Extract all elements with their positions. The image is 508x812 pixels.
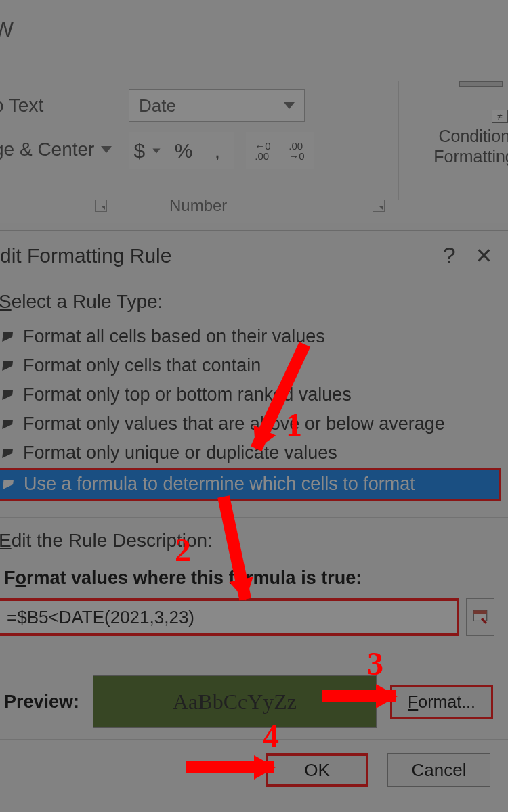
rule-type-label: Use a formula to determine which cells t… [24, 474, 415, 495]
number-dialog-launcher-icon[interactable] [373, 200, 385, 212]
rule-type-list[interactable]: Format all cells based on their values F… [0, 322, 508, 501]
annotation-arrow [186, 761, 274, 773]
rule-flag-icon [3, 449, 16, 458]
edit-formatting-rule-dialog: dit Formatting Rule ? × SSelect a Rule T… [0, 230, 508, 812]
number-group-label: Number [169, 196, 227, 215]
chevron-down-icon [101, 146, 112, 153]
range-selector-icon [471, 608, 489, 626]
merge-center-button[interactable]: ge & Center [0, 139, 112, 160]
annotation-arrow [322, 690, 396, 702]
rule-type-label: Format all cells based on their values [23, 326, 325, 347]
format-rest: ormat... [418, 692, 475, 712]
rule-type-option[interactable]: Format only cells that contain [0, 351, 500, 380]
rule-type-label: Format only unique or duplicate values [23, 443, 337, 464]
rule-type-label: Format only cells that contain [23, 355, 261, 376]
rule-type-option-selected[interactable]: Use a formula to determine which cells t… [0, 468, 501, 501]
conditional-formatting-label: Conditional Formatting ▾ [420, 126, 508, 166]
format-f: F [408, 692, 418, 712]
conditional-formatting-button[interactable]: ≠ Conditional Formatting ▾ [420, 81, 508, 166]
edit-rule-description-label: Edit the Rule Description: Edit the Rule… [0, 523, 508, 561]
rule-flag-icon [3, 361, 16, 371]
preview-label: Preview: [4, 692, 79, 713]
range-selector-button[interactable] [466, 598, 494, 636]
dialog-titlebar: dit Formatting Rule ? × [0, 231, 508, 284]
conditional-formatting-icon: ≠ [459, 81, 503, 120]
percent-format-button[interactable]: % [167, 132, 200, 169]
select-rule-type-label: SSelect a Rule Type:elect a Rule Type: [0, 284, 508, 322]
number-format-selected: Date [139, 95, 176, 116]
ok-button[interactable]: OK [266, 753, 368, 787]
increase-decimal-button[interactable]: ←0 .00 [246, 132, 280, 169]
wrap-text-button[interactable]: o Text [0, 95, 43, 116]
currency-symbol: $ [133, 139, 145, 162]
separator [240, 132, 240, 169]
comma-format-button[interactable]: , [200, 132, 234, 169]
help-button[interactable]: ? [443, 242, 456, 269]
rule-type-option[interactable]: Format all cells based on their values [0, 322, 500, 351]
accounting-format-button[interactable]: $ [129, 132, 167, 169]
rule-flag-icon [3, 480, 17, 489]
format-button[interactable]: Format... [390, 685, 493, 719]
rule-type-label: Format only top or bottom ranked values [23, 384, 352, 405]
rule-flag-icon [3, 420, 16, 429]
cancel-button[interactable]: Cancel [387, 753, 490, 787]
ribbon-separator [114, 81, 114, 200]
decrease-decimal-button[interactable]: .00 →0 [280, 132, 314, 169]
rule-type-label: Format only values that are above or bel… [23, 413, 445, 434]
number-format-dropdown[interactable]: Date [129, 89, 305, 122]
f-post: rmat values where this formula is true: [26, 568, 362, 588]
excel-ribbon: W o Text ge & Center Date $ % , ←0 .00 .… [0, 0, 508, 223]
number-buttons-group: $ % , ←0 .00 .00 →0 [129, 132, 314, 169]
rule-type-option[interactable]: Format only top or bottom ranked values [0, 380, 500, 409]
wrap-text-label: o Text [0, 95, 43, 116]
svg-rect-1 [473, 610, 487, 614]
rule-flag-icon [3, 332, 16, 342]
alignment-dialog-launcher-icon[interactable] [95, 200, 107, 212]
chevron-down-icon [152, 148, 160, 153]
formula-input[interactable] [0, 598, 459, 636]
chevron-down-icon [284, 102, 295, 109]
close-icon[interactable]: × [476, 240, 492, 271]
rule-flag-icon [3, 390, 16, 400]
ribbon-tab-fragment: W [0, 17, 14, 42]
f-o: o [16, 568, 27, 588]
dialog-title: dit Formatting Rule [0, 244, 171, 267]
merge-center-label: ge & Center [0, 139, 94, 160]
f-pre: F [4, 568, 16, 588]
ribbon-separator [398, 81, 399, 200]
